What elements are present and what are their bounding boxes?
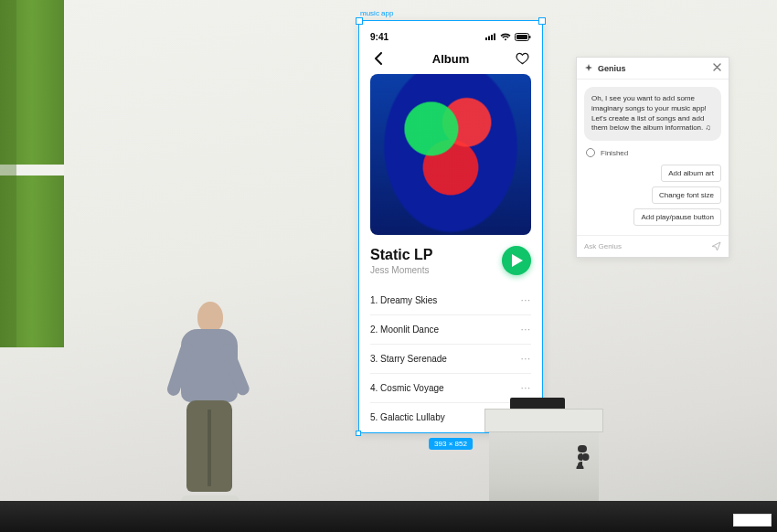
nav-row: Album: [370, 50, 531, 67]
svg-rect-1: [488, 37, 490, 41]
figma-frame-dimensions: 393 × 852: [429, 438, 473, 450]
screen-title: Album: [432, 52, 469, 66]
genius-header: Genius: [577, 58, 729, 80]
track-more-icon[interactable]: ···: [521, 295, 531, 305]
album-art[interactable]: [370, 74, 531, 235]
genius-suggestions: Add album art Change font size Add play/…: [584, 165, 721, 226]
wifi-icon: [500, 33, 511, 41]
svg-rect-3: [494, 34, 495, 41]
play-button[interactable]: [502, 246, 531, 275]
stage-presenter: [163, 302, 254, 503]
svg-rect-0: [485, 37, 487, 40]
track-more-icon[interactable]: ···: [521, 383, 531, 393]
close-icon: [713, 63, 721, 71]
svg-point-7: [582, 453, 590, 461]
genius-suggestion[interactable]: Change font size: [652, 186, 721, 204]
genius-title: Genius: [598, 64, 626, 73]
album-title: Static LP: [370, 247, 432, 263]
genius-status: Finished: [586, 148, 719, 157]
track-label: 5. Galactic Lullaby: [370, 412, 445, 422]
svg-rect-6: [529, 36, 531, 38]
signal-icon: [485, 33, 496, 40]
figma-frame-label: music app: [360, 9, 393, 17]
figma-logo-icon: [574, 445, 591, 469]
track-row[interactable]: 1. Dreamy Skies ···: [370, 286, 531, 315]
podium-laptop: [510, 398, 565, 409]
send-icon[interactable]: [711, 241, 721, 251]
selection-handle[interactable]: [356, 431, 361, 436]
chevron-left-icon: [374, 52, 383, 65]
back-button[interactable]: [370, 50, 387, 67]
genius-input-row[interactable]: Ask Genius: [577, 235, 729, 257]
status-bar: 9:41: [370, 28, 531, 45]
genius-message: Oh, I see you want to add some imaginary…: [584, 87, 721, 141]
overlay-chip: [733, 514, 772, 527]
track-row[interactable]: 3. Starry Serenade ···: [370, 345, 531, 374]
favorite-button[interactable]: [515, 50, 531, 67]
status-ring-icon: [586, 148, 595, 157]
figma-canvas: music app 9:41 Album: [358, 20, 543, 433]
sparkle-icon: [584, 64, 593, 73]
genius-input[interactable]: Ask Genius: [584, 242, 622, 250]
close-button[interactable]: [713, 63, 721, 73]
genius-suggestion[interactable]: Add play/pause button: [633, 208, 721, 226]
battery-icon: [515, 33, 531, 41]
genius-status-label: Finished: [601, 149, 628, 157]
svg-rect-2: [491, 35, 493, 40]
track-more-icon[interactable]: ···: [521, 354, 531, 364]
album-meta: Static LP Jess Moments: [370, 246, 531, 275]
track-label: 1. Dreamy Skies: [370, 295, 437, 305]
heart-icon: [516, 52, 529, 65]
genius-suggestion[interactable]: Add album art: [661, 165, 721, 182]
phone-frame[interactable]: 9:41 Album Static LP: [358, 20, 543, 433]
track-row[interactable]: 4. Cosmic Voyage ···: [370, 374, 531, 403]
stage-floor: [0, 501, 777, 532]
status-icons: [485, 33, 531, 41]
play-icon: [512, 254, 523, 267]
track-row[interactable]: 2. Moonlit Dance ···: [370, 315, 531, 345]
stage-podium: [484, 409, 603, 505]
stage-left-green-panel: [0, 0, 64, 347]
status-time: 9:41: [370, 32, 388, 42]
track-more-icon[interactable]: ···: [521, 325, 531, 335]
album-artist: Jess Moments: [370, 265, 432, 275]
genius-panel: Genius Oh, I see you want to add some im…: [576, 57, 729, 258]
track-label: 3. Starry Serenade: [370, 354, 447, 364]
track-label: 2. Moonlit Dance: [370, 325, 439, 335]
svg-rect-5: [516, 35, 527, 39]
track-label: 4. Cosmic Voyage: [370, 383, 444, 393]
